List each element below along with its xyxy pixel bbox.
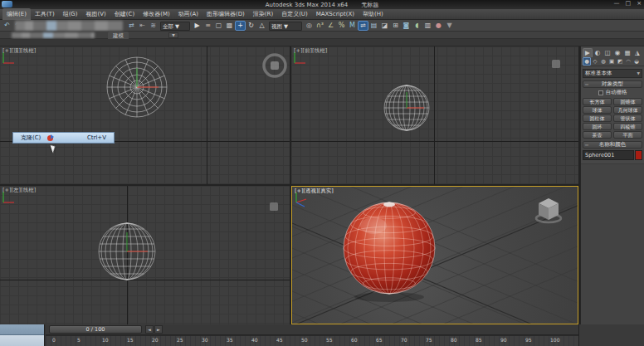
- previous-frame-icon[interactable]: ◄: [145, 325, 154, 334]
- menu-tools[interactable]: 工具(T): [31, 8, 59, 20]
- menu-graph-editors[interactable]: 图形编辑器(D): [202, 8, 249, 20]
- btn-cylinder[interactable]: 圆柱体: [583, 115, 612, 122]
- viewport-left[interactable]: [+][左][线框]: [0, 186, 290, 324]
- toolbar-overflow-icon[interactable]: ▼: [444, 21, 455, 31]
- display-tab-icon[interactable]: ▦: [622, 48, 632, 57]
- btn-box[interactable]: 长方体: [583, 98, 612, 105]
- mini-listener-macro-row[interactable]: [0, 324, 44, 335]
- menu-group[interactable]: 组(G): [59, 8, 82, 20]
- viewport-top-label[interactable]: [+][顶][线框]: [2, 47, 36, 55]
- frame-tick: 5: [77, 336, 102, 346]
- next-frame-icon[interactable]: ►: [154, 325, 163, 334]
- modify-tab-icon[interactable]: ◐: [593, 48, 603, 57]
- render-production-icon[interactable]: ●: [433, 21, 444, 31]
- name-color-rollout-header[interactable]: − 名称和颜色: [583, 141, 642, 149]
- primitive-category-dropdown[interactable]: 标准基本体 ▼: [583, 69, 642, 78]
- snaps-toggle-icon[interactable]: ∩³: [315, 21, 325, 31]
- render-setup-icon[interactable]: ◖: [412, 21, 422, 31]
- frame-tick: 10: [102, 336, 127, 346]
- viewcube-front: [552, 60, 560, 68]
- menu-help[interactable]: 帮助(H): [359, 8, 388, 20]
- btn-teapot[interactable]: 茶壶: [583, 131, 612, 139]
- create-tab-icon[interactable]: ▶: [583, 48, 593, 57]
- viewport-top[interactable]: [+][顶][线框]: [0, 46, 290, 184]
- minimize-icon[interactable]: —: [614, 0, 620, 7]
- object-color-swatch[interactable]: [635, 150, 642, 160]
- cameras-subtab-icon[interactable]: ▣: [607, 57, 616, 66]
- utilities-tab-icon[interactable]: ◮: [632, 48, 642, 57]
- systems-subtab-icon[interactable]: ◒: [632, 57, 641, 66]
- mirror-icon[interactable]: M: [347, 21, 358, 31]
- lights-subtab-icon[interactable]: ◍: [599, 57, 607, 66]
- object-type-rollout-header[interactable]: − 对象类型: [583, 80, 642, 88]
- select-object-icon[interactable]: ▶: [192, 21, 202, 31]
- btn-torus[interactable]: 圆环: [583, 123, 612, 130]
- select-and-link-icon[interactable]: ⇄: [126, 21, 137, 31]
- menu-animation[interactable]: 动画(A): [174, 8, 202, 20]
- unlink-selection-icon[interactable]: ⇤: [137, 21, 148, 31]
- maxscript-mini-listener[interactable]: [0, 324, 45, 346]
- track-bar[interactable]: 0510152025303540455055606570758085909510…: [46, 335, 578, 346]
- window-crossing-icon[interactable]: ▩: [224, 21, 235, 31]
- app-logo-icon[interactable]: [2, 1, 12, 7]
- btn-pyramid[interactable]: 四棱锥: [613, 123, 642, 130]
- menu-rendering[interactable]: 渲染(R): [249, 8, 277, 20]
- rendered-frame-icon[interactable]: ▥: [422, 21, 433, 31]
- viewport-front-label[interactable]: [+][前][线框]: [294, 47, 327, 55]
- frame-tick: 0: [52, 336, 77, 346]
- hierarchy-tab-icon[interactable]: ◫: [603, 48, 612, 57]
- selection-filter-dropdown[interactable]: 全部 ▼: [160, 22, 190, 31]
- curve-editor-icon[interactable]: ◪: [379, 21, 390, 31]
- rectangular-selection-icon[interactable]: ▢: [213, 21, 224, 31]
- btn-cone[interactable]: 圆锥体: [613, 98, 642, 105]
- time-slider-handle[interactable]: 0 / 100: [49, 325, 142, 334]
- maximize-icon[interactable]: □: [626, 0, 632, 7]
- select-and-scale-icon[interactable]: △: [256, 21, 267, 31]
- close-icon[interactable]: ×: [637, 0, 642, 7]
- menu-customize[interactable]: 自定义(U): [277, 8, 312, 20]
- time-slider[interactable]: 0 / 100 ◄ ►: [46, 324, 578, 335]
- shapes-subtab-icon[interactable]: ◇: [591, 57, 599, 66]
- select-by-name-icon[interactable]: ≡: [202, 21, 213, 31]
- frame-tick: 15: [127, 336, 152, 346]
- frame-tick: 85: [476, 336, 500, 346]
- autogrid-checkbox[interactable]: [598, 90, 603, 95]
- btn-plane[interactable]: 平面: [613, 131, 642, 139]
- percent-snap-icon[interactable]: %: [336, 21, 347, 31]
- select-and-rotate-icon[interactable]: ↻: [246, 21, 256, 31]
- window-controls: — □ ×: [614, 0, 642, 7]
- menu-maxscript[interactable]: MAXScript(X): [312, 9, 359, 19]
- frame-tick: 80: [451, 336, 476, 346]
- space-warps-subtab-icon[interactable]: ◠: [624, 57, 632, 66]
- use-pivot-center-icon[interactable]: ◎: [304, 21, 315, 31]
- reference-coordinate-dropdown[interactable]: 视图 ▼: [269, 22, 302, 31]
- btn-tube[interactable]: 管状体: [613, 115, 642, 122]
- mini-listener-script-row[interactable]: [0, 335, 44, 346]
- btn-sphere[interactable]: 球体: [583, 106, 612, 114]
- viewport-area: [+][顶][线框] [+][前][线框: [0, 46, 580, 324]
- motion-tab-icon[interactable]: ◉: [612, 48, 622, 57]
- bind-to-space-warp-icon[interactable]: ≋: [148, 21, 159, 31]
- helpers-subtab-icon[interactable]: ◩: [616, 57, 624, 66]
- menu-views[interactable]: 视图(V): [82, 8, 110, 20]
- clone-context-menu-item[interactable]: 克隆(C) Ctrl+V: [12, 132, 115, 144]
- undo-icon[interactable]: ↶: [2, 21, 12, 31]
- layer-manager-icon[interactable]: ▤: [368, 21, 379, 31]
- menu-modifiers[interactable]: 修改器(M): [139, 8, 174, 20]
- material-editor-icon[interactable]: ◙: [401, 21, 412, 31]
- select-and-move-icon[interactable]: +: [235, 21, 246, 31]
- schematic-view-icon[interactable]: ⊞: [390, 21, 401, 31]
- frame-tick: 95: [525, 336, 550, 346]
- viewport-perspective-label[interactable]: [+][透视][真实]: [295, 188, 334, 195]
- object-name-field[interactable]: Sphere001: [583, 150, 634, 160]
- angle-snap-icon[interactable]: ∠: [325, 21, 336, 31]
- viewport-left-label[interactable]: [+][左][线框]: [2, 187, 36, 194]
- menu-create[interactable]: 创建(C): [110, 8, 139, 20]
- btn-geosphere[interactable]: 几何球体: [613, 106, 642, 114]
- menu-edit[interactable]: 编辑(E): [2, 8, 31, 20]
- viewport-front[interactable]: [+][前][线框]: [291, 46, 578, 184]
- geometry-subtab-icon[interactable]: ●: [583, 57, 591, 66]
- viewport-perspective[interactable]: [+][透视][真实]: [291, 186, 578, 324]
- ribbon-collapse-icon[interactable]: ▼: [168, 32, 178, 38]
- align-icon[interactable]: ⇌: [358, 21, 368, 31]
